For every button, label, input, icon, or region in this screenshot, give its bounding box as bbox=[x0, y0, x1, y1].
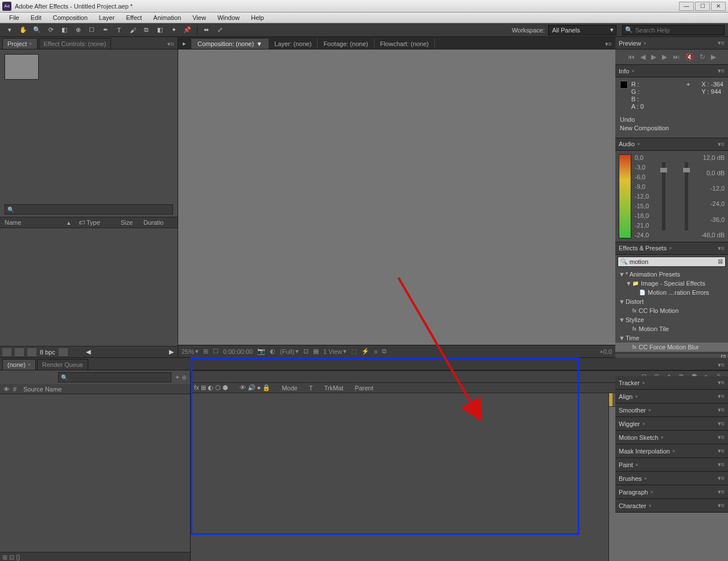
panbehind-tool-icon[interactable]: ⊕ bbox=[72, 24, 84, 36]
effects-search[interactable]: ⊠ bbox=[618, 257, 726, 267]
lock-icon[interactable]: 🔒 bbox=[262, 384, 270, 391]
flowchart-icon[interactable]: ⧉ bbox=[382, 348, 386, 355]
snapshot-icon[interactable]: 📷 bbox=[257, 348, 265, 355]
panel-menu-icon[interactable]: ▾≡ bbox=[718, 406, 725, 414]
panel-menu-icon[interactable]: ▾≡ bbox=[164, 39, 178, 49]
solo-icon[interactable]: ● bbox=[257, 384, 261, 391]
panel-menu-icon[interactable]: ▾≡ bbox=[718, 379, 725, 386]
close-icon[interactable]: × bbox=[648, 407, 651, 413]
new-folder-icon[interactable] bbox=[15, 348, 24, 356]
flowchart-tab[interactable]: Flowchart: (none) bbox=[375, 39, 435, 49]
viewer-toggle-icon[interactable]: ▸ bbox=[180, 38, 192, 49]
pen-tool-icon[interactable]: ✒ bbox=[99, 24, 112, 36]
current-time[interactable]: 0:00:00:00 bbox=[223, 348, 253, 355]
close-icon[interactable]: × bbox=[642, 421, 645, 427]
audio-level-slider[interactable] bbox=[685, 162, 688, 230]
menu-composition[interactable]: Composition bbox=[47, 13, 93, 22]
timeline-mode-area[interactable] bbox=[191, 393, 608, 561]
effects-tree-item[interactable]: ▼Time bbox=[615, 333, 728, 343]
menu-file[interactable]: File bbox=[3, 13, 25, 22]
close-icon[interactable]: × bbox=[644, 476, 647, 481]
switch-icon[interactable]: ⬢ bbox=[223, 384, 228, 391]
play-icon[interactable]: ▶ bbox=[651, 53, 656, 61]
collapsed-panel-paint[interactable]: Paint×▾≡ bbox=[615, 458, 728, 472]
panel-menu-icon[interactable]: ▾≡ bbox=[718, 393, 725, 400]
pixel-aspect-icon[interactable]: ⬚ bbox=[351, 348, 357, 355]
resolution-dropdown[interactable]: (Full) ▾ bbox=[280, 348, 299, 355]
composition-viewer[interactable] bbox=[178, 50, 615, 345]
collapsed-panel-mask-interpolation[interactable]: Mask Interpolation×▾≡ bbox=[615, 444, 728, 458]
effects-tree-item[interactable]: ▼* Animation Presets bbox=[615, 270, 728, 279]
mask-toggle-icon[interactable]: ☐ bbox=[213, 348, 219, 355]
roto-tool-icon[interactable]: ✦ bbox=[167, 24, 180, 36]
close-icon[interactable]: × bbox=[631, 68, 634, 74]
brush-tool-icon[interactable]: 🖌 bbox=[126, 24, 139, 36]
close-icon[interactable]: × bbox=[648, 503, 651, 509]
project-search[interactable] bbox=[5, 204, 173, 214]
menu-layer[interactable]: Layer bbox=[93, 13, 121, 22]
help-search-input[interactable] bbox=[633, 27, 722, 34]
rotate-tool-icon[interactable]: ⟳ bbox=[44, 24, 57, 36]
mute-icon[interactable]: 🔇 bbox=[685, 53, 694, 61]
grid-icon[interactable]: ⊞ bbox=[203, 348, 208, 355]
av-icon[interactable]: 🔊 bbox=[248, 384, 256, 391]
clone-tool-icon[interactable]: ⧉ bbox=[140, 24, 153, 36]
close-icon[interactable]: × bbox=[29, 41, 32, 47]
ram-preview-icon[interactable]: ▶ bbox=[711, 53, 716, 61]
panel-menu-icon[interactable]: ▾≡ bbox=[714, 360, 728, 370]
collapsed-panel-align[interactable]: Align×▾≡ bbox=[615, 390, 728, 403]
timeline-search[interactable] bbox=[58, 372, 171, 382]
panel-menu-icon[interactable]: ▾≡ bbox=[602, 39, 615, 49]
panel-menu-icon[interactable]: ▾≡ bbox=[718, 420, 725, 427]
effects-tree-item[interactable]: 📄Motion …ration Errors bbox=[615, 288, 728, 297]
mask-tool-icon[interactable]: ☐ bbox=[85, 24, 98, 36]
fx-icon[interactable]: fx bbox=[194, 384, 199, 391]
new-comp-icon[interactable] bbox=[27, 348, 36, 356]
layer-tab[interactable]: Layer: (none) bbox=[269, 39, 318, 49]
av-icon[interactable]: 👁 bbox=[240, 384, 246, 391]
menu-view[interactable]: View bbox=[187, 13, 212, 22]
close-icon[interactable]: × bbox=[661, 435, 664, 440]
last-frame-icon[interactable]: ⏭ bbox=[673, 53, 680, 61]
timeline-layer-list[interactable] bbox=[0, 394, 190, 552]
label-icon[interactable]: 🏷 bbox=[79, 219, 87, 226]
fast-preview-icon[interactable]: ⚡ bbox=[361, 348, 369, 355]
collapsed-panel-wiggler[interactable]: Wiggler×▾≡ bbox=[615, 417, 728, 431]
prev-frame-icon[interactable]: ◀ bbox=[640, 53, 645, 61]
next-frame-icon[interactable]: ▶ bbox=[662, 53, 667, 61]
effects-search-input[interactable] bbox=[630, 258, 718, 265]
camera-tool-icon[interactable]: ◧ bbox=[58, 24, 71, 36]
workspace-dropdown[interactable]: All Panels bbox=[548, 25, 616, 35]
panel-menu-icon[interactable]: ▾≡ bbox=[718, 39, 725, 47]
collapsed-panel-brushes[interactable]: Brushes×▾≡ bbox=[615, 472, 728, 485]
effect-controls-tab[interactable]: Effect Controls: (none) bbox=[39, 38, 112, 49]
close-icon[interactable]: × bbox=[669, 245, 672, 251]
panel-menu-icon[interactable]: ▾≡ bbox=[718, 67, 725, 75]
close-icon[interactable]: × bbox=[635, 462, 638, 468]
view-dropdown[interactable]: 1 View ▾ bbox=[323, 348, 347, 355]
close-icon[interactable]: × bbox=[28, 362, 31, 368]
collapsed-panel-tracker[interactable]: Tracker×▾≡ bbox=[615, 376, 728, 390]
panel-menu-icon[interactable]: ▾≡ bbox=[718, 461, 725, 468]
effects-tree-item[interactable]: ▼Distort bbox=[615, 297, 728, 306]
effects-tree-item[interactable]: fxCC Flo Motion bbox=[615, 306, 728, 315]
transparency-icon[interactable]: ▦ bbox=[313, 348, 319, 355]
close-icon[interactable]: × bbox=[650, 489, 653, 495]
close-icon[interactable]: × bbox=[672, 448, 675, 454]
menu-effect[interactable]: Effect bbox=[120, 13, 147, 22]
localaxis-icon[interactable]: ⬌ bbox=[200, 24, 212, 36]
minimize-button[interactable]: — bbox=[679, 2, 694, 11]
panel-menu-icon[interactable]: ▾≡ bbox=[718, 245, 725, 252]
switch-icon[interactable]: ◐ bbox=[208, 384, 213, 391]
close-icon[interactable]: × bbox=[635, 394, 637, 399]
eye-column-icon[interactable]: 👁 bbox=[3, 386, 10, 393]
menu-window[interactable]: Window bbox=[212, 13, 245, 22]
panel-menu-icon[interactable]: ▾≡ bbox=[718, 434, 725, 441]
selection-tool-icon[interactable]: ▾ bbox=[3, 24, 16, 36]
toggle-switches-icon[interactable]: ⊞ ⊡ {} bbox=[2, 554, 20, 561]
timeline-icon[interactable]: ≡ bbox=[374, 348, 377, 355]
puppet-tool-icon[interactable]: 📌 bbox=[181, 24, 194, 36]
project-tab[interactable]: Project× bbox=[2, 38, 38, 49]
effects-tree[interactable]: ▼* Animation Presets▼📁Image - Special Ef… bbox=[615, 269, 728, 353]
first-frame-icon[interactable]: ⏮ bbox=[628, 53, 635, 61]
